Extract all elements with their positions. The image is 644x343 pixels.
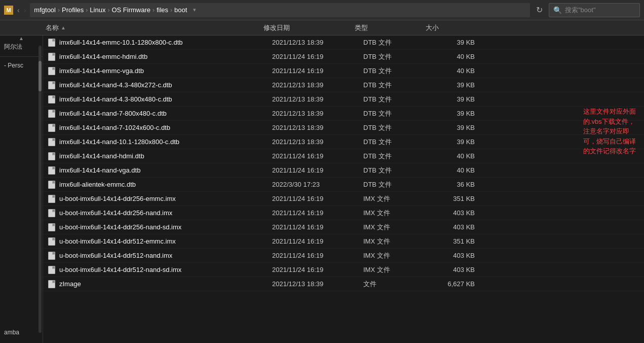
breadcrumb-linux[interactable]: Linux — [90, 6, 105, 14]
file-name: u-boot-imx6ull-14x14-ddr512-nand-sd.imx — [59, 266, 272, 273]
file-date: 2021/11/24 16:19 — [272, 252, 363, 259]
titlebar: M ‹ › mfgtool › Profiles › Linux › OS Fi… — [0, 0, 644, 20]
table-row[interactable]: u-boot-imx6ull-14x14-ddr512-emmc.imx 202… — [43, 234, 644, 249]
file-name: imx6ull-14x14-nand-4.3-480x272-c.dtb — [59, 81, 272, 89]
search-icon: 🔍 — [553, 6, 562, 14]
sep-2: › — [107, 7, 109, 14]
breadcrumb-expand-icon[interactable]: ▾ — [193, 7, 196, 13]
file-name: u-boot-imx6ull-14x14-ddr256-nand-sd.imx — [59, 223, 272, 231]
col-header-type[interactable]: 类型 — [355, 23, 426, 32]
file-icon — [47, 52, 56, 61]
table-row[interactable]: imx6ull-14x14-nand-vga.dtb 2021/11/24 16… — [43, 163, 644, 178]
nav-back[interactable]: ‹ — [17, 6, 20, 14]
file-name: imx6ull-14x14-emmc-10.1-1280x800-c.dtb — [59, 39, 272, 46]
file-date: 2021/11/24 16:19 — [272, 195, 363, 202]
file-size: 40 KB — [434, 166, 485, 174]
file-name: imx6ull-14x14-nand-10.1-1280x800-c.dtb — [59, 138, 272, 146]
table-row[interactable]: imx6ull-14x14-nand-4.3-800x480-c.dtb 202… — [43, 92, 644, 107]
table-row[interactable]: zImage 2021/12/13 18:39 文件 6,627 KB — [43, 277, 644, 291]
table-row[interactable]: imx6ull-alientek-emmc.dtb 2022/3/30 17:2… — [43, 178, 644, 192]
breadcrumb-files[interactable]: files — [157, 6, 168, 14]
file-icon — [47, 237, 56, 246]
file-name: imx6ull-14x14-nand-7-1024x600-c.dtb — [59, 124, 272, 131]
file-type: IMX 文件 — [363, 251, 434, 260]
file-name: u-boot-imx6ull-14x14-ddr512-emmc.imx — [59, 237, 272, 245]
file-type: IMX 文件 — [363, 265, 434, 275]
sidebar-item-amba[interactable]: amba — [0, 326, 43, 339]
file-type: DTB 文件 — [363, 38, 434, 47]
search-bar[interactable]: 🔍 搜索"boot" — [549, 3, 640, 17]
breadcrumb-profiles[interactable]: Profiles — [62, 6, 84, 14]
sidebar-item-aefa[interactable]: 阿尔法 — [0, 40, 43, 54]
sep-4: › — [170, 7, 172, 14]
col-header-size[interactable]: 大小 — [426, 23, 476, 32]
table-row[interactable]: imx6ull-14x14-emmc-vga.dtb 2021/11/24 16… — [43, 64, 644, 78]
file-type: IMX 文件 — [363, 194, 434, 203]
file-size: 403 KB — [434, 252, 485, 259]
file-size: 36 KB — [434, 181, 485, 188]
breadcrumb[interactable]: mfgtool › Profiles › Linux › OS Firmware… — [30, 3, 530, 17]
column-headers: 名称 ▲ 修改日期 类型 大小 — [0, 20, 644, 36]
file-list[interactable]: 这里文件对应外面的.vbs下载文件，注意名字对应即可，烧写自己编译的文件记得改名… — [43, 36, 644, 343]
file-size: 40 KB — [434, 53, 485, 60]
file-name: zImage — [59, 280, 272, 288]
file-size: 403 KB — [434, 223, 485, 231]
file-icon — [47, 280, 56, 289]
file-date: 2021/12/13 18:39 — [272, 280, 363, 288]
table-row[interactable]: imx6ull-14x14-nand-10.1-1280x800-c.dtb 2… — [43, 135, 644, 149]
search-placeholder: 搜索"boot" — [565, 6, 596, 15]
file-date: 2021/11/24 16:19 — [272, 67, 363, 75]
file-icon — [47, 138, 56, 147]
file-icon — [47, 265, 56, 275]
file-size: 40 KB — [434, 67, 485, 75]
table-row[interactable]: imx6ull-14x14-emmc-10.1-1280x800-c.dtb 2… — [43, 36, 644, 50]
file-type: DTB 文件 — [363, 52, 434, 61]
breadcrumb-mfgtool[interactable]: mfgtool — [34, 6, 56, 14]
file-date: 2021/11/24 16:19 — [272, 152, 363, 160]
table-row[interactable]: u-boot-imx6ull-14x14-ddr256-nand.imx 202… — [43, 206, 644, 220]
table-row[interactable]: imx6ull-14x14-emmc-hdmi.dtb 2021/11/24 1… — [43, 50, 644, 64]
file-type: DTB 文件 — [363, 180, 434, 189]
breadcrumb-osfirmware[interactable]: OS Firmware — [111, 6, 150, 14]
file-size: 39 KB — [434, 124, 485, 131]
table-row[interactable]: imx6ull-14x14-nand-hdmi.dtb 2021/11/24 1… — [43, 149, 644, 163]
col-header-date[interactable]: 修改日期 — [263, 23, 355, 32]
file-size: 39 KB — [434, 95, 485, 103]
file-name: imx6ull-14x14-emmc-vga.dtb — [59, 67, 272, 75]
table-row[interactable]: u-boot-imx6ull-14x14-ddr512-nand-sd.imx … — [43, 263, 644, 277]
table-row[interactable]: u-boot-imx6ull-14x14-ddr256-emmc.imx 202… — [43, 192, 644, 206]
file-type: DTB 文件 — [363, 66, 434, 76]
file-size: 40 KB — [434, 152, 485, 160]
refresh-button[interactable]: ↻ — [534, 3, 545, 17]
file-icon — [47, 66, 56, 76]
breadcrumb-boot[interactable]: boot — [174, 6, 187, 14]
file-name: imx6ull-14x14-nand-4.3-800x480-c.dtb — [59, 95, 272, 103]
file-date: 2021/12/13 18:39 — [272, 81, 363, 89]
table-row[interactable]: u-boot-imx6ull-14x14-ddr512-nand.imx 202… — [43, 249, 644, 263]
sidebar: ▲ 阿尔法 - Persc amba — [0, 36, 43, 343]
file-date: 2021/11/24 16:19 — [272, 266, 363, 273]
file-name: imx6ull-alientek-emmc.dtb — [59, 181, 272, 188]
sidebar-scrollbar[interactable] — [39, 46, 42, 333]
file-name: imx6ull-14x14-nand-vga.dtb — [59, 166, 272, 174]
table-row[interactable]: imx6ull-14x14-nand-4.3-480x272-c.dtb 202… — [43, 78, 644, 92]
sep-3: › — [153, 7, 155, 14]
file-size: 39 KB — [434, 138, 485, 146]
table-row[interactable]: u-boot-imx6ull-14x14-ddr256-nand-sd.imx … — [43, 220, 644, 234]
file-date: 2022/3/30 17:23 — [272, 181, 363, 188]
table-row[interactable]: imx6ull-14x14-nand-7-800x480-c.dtb 2021/… — [43, 107, 644, 121]
file-date: 2021/12/13 18:39 — [272, 138, 363, 146]
file-icon — [47, 223, 56, 232]
sidebar-scrollbar-thumb[interactable] — [39, 61, 42, 91]
file-name: imx6ull-14x14-emmc-hdmi.dtb — [59, 53, 272, 60]
table-row[interactable]: imx6ull-14x14-nand-7-1024x600-c.dtb 2021… — [43, 121, 644, 135]
file-icon — [47, 95, 56, 104]
col-header-name[interactable]: 名称 ▲ — [46, 23, 263, 32]
nav-forward[interactable]: › — [24, 6, 26, 14]
file-icon — [47, 194, 56, 203]
sidebar-item-persc[interactable]: - Persc — [0, 59, 43, 72]
file-type: IMX 文件 — [363, 237, 434, 246]
file-type: DTB 文件 — [363, 81, 434, 90]
file-icon — [47, 209, 56, 218]
file-icon — [47, 109, 56, 118]
